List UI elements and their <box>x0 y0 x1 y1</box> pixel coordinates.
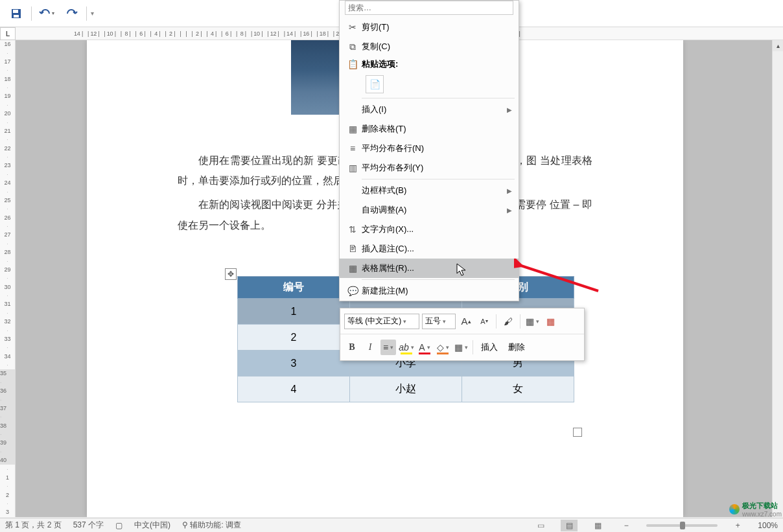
status-language[interactable]: 中文(中国) <box>134 520 170 531</box>
menu-delete-table[interactable]: ▦ 删除表格(T) <box>340 119 519 139</box>
submenu-arrow-icon: ▶ <box>507 207 512 214</box>
svg-line-3 <box>519 265 598 291</box>
comment-icon: 💬 <box>344 286 362 296</box>
undo-button[interactable]: ▾ <box>36 3 58 25</box>
col-id[interactable]: 编号 <box>238 277 350 299</box>
cell[interactable]: 4 <box>238 376 350 402</box>
ruler-corner: L <box>0 27 16 40</box>
svg-rect-2 <box>14 15 19 17</box>
menu-autofit[interactable]: 自动调整(A) ▶ <box>340 200 519 220</box>
menu-label: 自动调整(A) <box>362 204 507 216</box>
zoom-slider-knob[interactable] <box>680 522 685 529</box>
status-bar: 第 1 页，共 2 页 537 个字 ▢ 中文(中国) ⚲ 辅助功能: 调查 ▭… <box>0 518 783 532</box>
copy-icon: ⧉ <box>344 41 362 52</box>
menu-search-input[interactable] <box>345 1 513 15</box>
distribute-rows-icon: ≡ <box>344 143 362 154</box>
menu-border-styles[interactable]: 边框样式(B) ▶ <box>340 181 519 200</box>
menu-distribute-rows[interactable]: ≡ 平均分布各行(N) <box>340 139 519 158</box>
borders-button[interactable]: ▦▾ <box>453 340 469 355</box>
menu-separator <box>362 98 515 98</box>
menu-label: 剪切(T) <box>362 21 512 33</box>
cell[interactable]: 小赵 <box>350 376 462 402</box>
align-button[interactable]: ≡▾ <box>380 340 396 355</box>
paste-icon: 📋 <box>344 59 362 69</box>
watermark-site: www.xz7.com <box>742 511 782 518</box>
scroll-up-button[interactable]: ▴ <box>773 40 783 51</box>
table-move-handle[interactable]: ✥ <box>225 268 237 280</box>
view-print-button[interactable]: ▤ <box>561 520 578 531</box>
font-family-value: 等线 (中文正文) <box>347 316 401 327</box>
status-a11y[interactable]: ⚲ 辅助功能: 调查 <box>182 520 241 531</box>
italic-button[interactable]: I <box>362 340 378 355</box>
watermark: 极光下载站 www.xz7.com <box>729 501 782 518</box>
cursor-icon <box>456 263 467 277</box>
highlight-button[interactable]: ab▾ <box>399 340 414 355</box>
status-proofing-icon[interactable]: ▢ <box>115 521 123 530</box>
menu-copy[interactable]: ⧉ 复制(C) <box>340 37 519 56</box>
menu-table-properties[interactable]: ▦ 表格属性(R)... <box>340 259 519 278</box>
zoom-slider[interactable] <box>646 524 718 527</box>
menu-insert[interactable]: 插入(I) ▶ <box>340 100 519 119</box>
watermark-name: 极光下载站 <box>742 501 782 511</box>
table-row[interactable]: 4 小赵 女 <box>238 376 574 402</box>
cell[interactable]: 1 <box>238 299 350 325</box>
table-delete-grid-button[interactable]: ▦ <box>543 314 558 329</box>
menu-label: 边框样式(B) <box>362 185 507 196</box>
menu-label: 文字方向(X)... <box>362 224 512 235</box>
bold-button[interactable]: B <box>344 340 360 355</box>
insert-button[interactable]: 插入 <box>477 340 502 355</box>
cut-icon: ✂ <box>344 22 362 32</box>
menu-text-direction[interactable]: ⇅ 文字方向(X)... <box>340 220 519 239</box>
menu-cut[interactable]: ✂ 剪切(T) <box>340 17 519 37</box>
table-resize-handle[interactable] <box>573 428 582 437</box>
zoom-out-button[interactable]: − <box>618 520 635 531</box>
menu-distribute-cols[interactable]: ▥ 平均分布各列(Y) <box>340 158 519 178</box>
cell[interactable]: 2 <box>238 325 350 351</box>
cell[interactable]: 3 <box>238 351 350 376</box>
caption-icon: 🖹 <box>344 244 362 254</box>
submenu-arrow-icon: ▶ <box>507 187 512 194</box>
separator <box>520 314 520 329</box>
font-size-combo[interactable]: 五号▾ <box>422 314 456 329</box>
submenu-arrow-icon: ▶ <box>507 106 512 113</box>
paste-option-row: 📄 <box>340 72 519 97</box>
menu-label: 粘贴选项: <box>362 58 512 70</box>
delete-table-icon: ▦ <box>344 124 362 134</box>
menu-new-comment[interactable]: 💬 新建批注(M) <box>340 281 519 301</box>
zoom-in-button[interactable]: + <box>729 520 746 531</box>
grow-font-button[interactable]: A▴ <box>458 314 474 329</box>
table-insert-grid-button[interactable]: ▦▾ <box>524 314 540 329</box>
status-page[interactable]: 第 1 页，共 2 页 <box>5 520 62 531</box>
paste-keep-source-button[interactable]: 📄 <box>366 75 384 93</box>
menu-label: 复制(C) <box>362 41 512 52</box>
status-words[interactable]: 537 个字 <box>73 520 104 531</box>
separator <box>473 340 473 354</box>
font-family-combo[interactable]: 等线 (中文正文)▾ <box>344 314 419 329</box>
delete-button[interactable]: 删除 <box>504 340 529 355</box>
menu-label: 表格属性(R)... <box>362 262 512 274</box>
menu-separator <box>362 179 515 179</box>
save-button[interactable] <box>5 3 27 25</box>
svg-rect-1 <box>13 10 18 13</box>
mini-toolbar-row-1: 等线 (中文正文)▾ 五号▾ A▴ A▾ 🖌 ▦▾ ▦ <box>340 308 584 334</box>
view-web-button[interactable]: ▦ <box>589 520 606 531</box>
text-direction-icon: ⇅ <box>344 224 362 235</box>
cell[interactable]: 女 <box>462 376 574 402</box>
shrink-font-button[interactable]: A▾ <box>476 314 492 329</box>
menu-separator <box>362 279 515 280</box>
mini-toolbar-row-2: B I ≡▾ ab▾ A▾ ◇▾ ▦▾ 插入 删除 <box>340 334 584 360</box>
format-painter-button[interactable]: 🖌 <box>500 314 516 329</box>
zoom-level[interactable]: 100% <box>758 521 778 530</box>
menu-label: 插入(I) <box>362 104 507 115</box>
separator <box>86 6 87 21</box>
font-size-value: 五号 <box>425 316 441 327</box>
redo-button[interactable] <box>60 3 82 25</box>
menu-insert-caption[interactable]: 🖹 插入题注(C)... <box>340 239 519 259</box>
separator <box>496 314 497 329</box>
font-color-button[interactable]: A▾ <box>417 340 432 355</box>
fill-color-button[interactable]: ◇▾ <box>435 340 450 355</box>
view-focus-button[interactable]: ▭ <box>532 520 549 531</box>
customize-qat-dropdown[interactable]: ▾ <box>91 10 94 17</box>
vertical-scrollbar[interactable]: ▴ <box>772 40 783 517</box>
menu-label: 插入题注(C)... <box>362 243 512 255</box>
